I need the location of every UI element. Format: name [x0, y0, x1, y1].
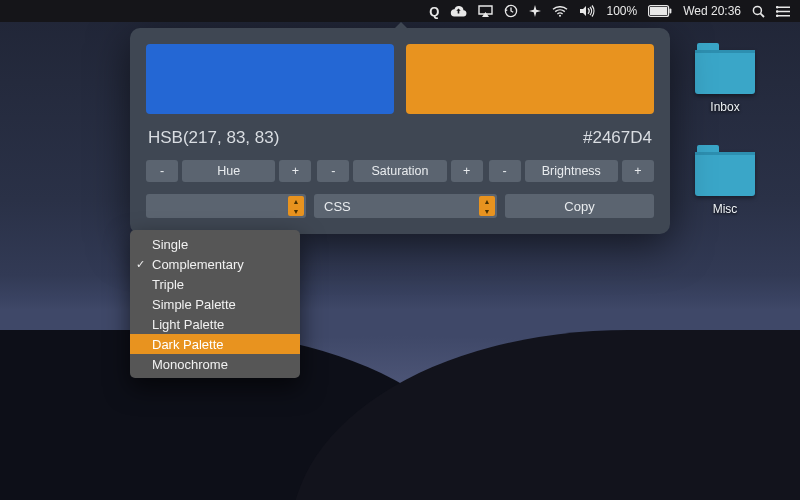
- saturation-adjuster: - Saturation +: [317, 160, 482, 182]
- svg-line-6: [760, 13, 764, 17]
- svg-point-9: [776, 14, 778, 16]
- stepper-icon: ▲▼: [479, 196, 495, 216]
- svg-rect-4: [670, 9, 672, 14]
- app-status-icon[interactable]: [529, 0, 541, 22]
- svg-point-1: [559, 14, 561, 16]
- menubar-app-icon[interactable]: Q: [429, 0, 439, 22]
- menubar: Q 100% Wed 20:36: [0, 0, 800, 22]
- palette-option-label: Complementary: [152, 257, 244, 272]
- palette-option-label: Light Palette: [152, 317, 224, 332]
- hsb-readout: HSB(217, 83, 83): [148, 128, 279, 148]
- format-select-value: CSS: [324, 199, 351, 214]
- hue-plus-button[interactable]: +: [279, 160, 311, 182]
- folder-icon: [695, 152, 755, 196]
- hue-label-button[interactable]: Hue: [182, 160, 275, 182]
- desktop-folder-misc[interactable]: Misc: [690, 152, 760, 216]
- popover-arrow: [393, 22, 409, 30]
- wifi-icon[interactable]: [552, 0, 568, 22]
- palette-option-label: Single: [152, 237, 188, 252]
- folder-label: Misc: [690, 202, 760, 216]
- time-machine-icon[interactable]: [504, 0, 518, 22]
- brightness-plus-button[interactable]: +: [622, 160, 654, 182]
- palette-option-label: Simple Palette: [152, 297, 236, 312]
- hex-readout: #2467D4: [583, 128, 652, 148]
- airplay-icon[interactable]: [478, 0, 493, 22]
- palette-option-label: Monochrome: [152, 357, 228, 372]
- saturation-plus-button[interactable]: +: [451, 160, 483, 182]
- color-picker-popover: HSB(217, 83, 83) #2467D4 - Hue + - Satur…: [130, 28, 670, 234]
- spotlight-icon[interactable]: [752, 0, 765, 22]
- menubar-clock[interactable]: Wed 20:36: [683, 0, 741, 22]
- palette-option[interactable]: Single: [130, 234, 300, 254]
- battery-icon[interactable]: [648, 0, 672, 22]
- copy-button[interactable]: Copy: [505, 194, 654, 218]
- stepper-icon: ▲▼: [288, 196, 304, 216]
- brightness-adjuster: - Brightness +: [489, 160, 654, 182]
- palette-option[interactable]: Dark Palette: [130, 334, 300, 354]
- palette-option[interactable]: Light Palette: [130, 314, 300, 334]
- svg-point-5: [753, 6, 761, 14]
- palette-option[interactable]: ✓Complementary: [130, 254, 300, 274]
- primary-color-swatch[interactable]: [146, 44, 394, 114]
- palette-option-label: Dark Palette: [152, 337, 224, 352]
- svg-point-7: [776, 6, 778, 8]
- brightness-label-button[interactable]: Brightness: [525, 160, 618, 182]
- secondary-color-swatch[interactable]: [406, 44, 654, 114]
- battery-percentage: 100%: [606, 0, 637, 22]
- check-icon: ✓: [136, 258, 145, 271]
- brightness-minus-button[interactable]: -: [489, 160, 521, 182]
- desktop-folder-inbox[interactable]: Inbox: [690, 50, 760, 114]
- notification-center-icon[interactable]: [776, 0, 790, 22]
- hue-adjuster: - Hue +: [146, 160, 311, 182]
- saturation-label-button[interactable]: Saturation: [353, 160, 446, 182]
- svg-point-8: [776, 10, 778, 12]
- palette-type-dropdown[interactable]: Single✓ComplementaryTripleSimple Palette…: [130, 230, 300, 378]
- svg-rect-3: [650, 7, 667, 15]
- palette-option[interactable]: Monochrome: [130, 354, 300, 374]
- palette-option[interactable]: Triple: [130, 274, 300, 294]
- volume-icon[interactable]: [579, 0, 595, 22]
- folder-label: Inbox: [690, 100, 760, 114]
- saturation-minus-button[interactable]: -: [317, 160, 349, 182]
- format-select[interactable]: CSS ▲▼: [314, 194, 497, 218]
- hue-minus-button[interactable]: -: [146, 160, 178, 182]
- palette-option-label: Triple: [152, 277, 184, 292]
- palette-type-select[interactable]: ▲▼: [146, 194, 306, 218]
- folder-icon: [695, 50, 755, 94]
- palette-option[interactable]: Simple Palette: [130, 294, 300, 314]
- cloud-upload-icon[interactable]: [450, 0, 467, 22]
